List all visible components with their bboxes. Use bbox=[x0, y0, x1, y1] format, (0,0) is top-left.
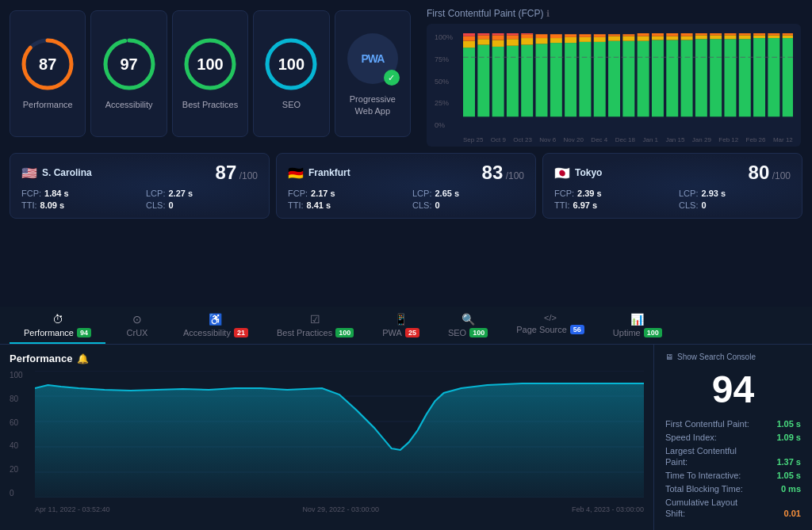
svg-rect-70 bbox=[739, 39, 751, 116]
svg-rect-54 bbox=[652, 33, 664, 36]
svg-rect-48 bbox=[622, 34, 634, 36]
stat-cls-label: Cumulative Layout Shift: 0.01 bbox=[665, 498, 801, 518]
stat-list: First Contentful Paint: 1.05 s Speed Ind… bbox=[665, 419, 801, 518]
location-cards: 🇺🇸 S. Carolina 87 /100 FCP: 1.84 s LCP: bbox=[10, 153, 802, 219]
x-label-3: Feb 4, 2023 - 03:00:00 bbox=[572, 505, 644, 513]
svg-rect-66 bbox=[710, 33, 722, 35]
stat-tti: Time To Interactive: 1.05 s bbox=[665, 471, 801, 480]
seo-label: SEO bbox=[282, 99, 301, 110]
svg-rect-74 bbox=[753, 35, 765, 38]
svg-rect-63 bbox=[695, 33, 707, 35]
tab-uptime[interactable]: 📊 Uptime 100 bbox=[599, 307, 676, 344]
uptime-tab-badge: 100 bbox=[644, 328, 662, 337]
x-label-1: Apr 11, 2022 - 03:52:40 bbox=[35, 505, 110, 513]
pwa-text: PWA bbox=[361, 52, 384, 65]
tab-pwa[interactable]: 📱 PWA 25 bbox=[368, 307, 434, 344]
a11y-tab-icon: ♿ bbox=[209, 313, 222, 326]
svg-rect-69 bbox=[724, 33, 736, 35]
show-console-btn[interactable]: 🖥 Show Search Console bbox=[665, 353, 801, 361]
stat-lcp-label: Largest Contentful Paint: 1.37 s bbox=[665, 446, 801, 467]
stat-si: Speed Index: 1.09 s bbox=[665, 433, 801, 442]
pwa-check-icon: ✓ bbox=[384, 70, 400, 86]
svg-rect-25 bbox=[521, 38, 533, 44]
svg-rect-47 bbox=[622, 36, 634, 41]
fcp-section: First Contentful Paint (FCP) ℹ 0% 25% 50… bbox=[420, 0, 812, 147]
svg-rect-17 bbox=[492, 40, 504, 46]
svg-rect-65 bbox=[710, 35, 722, 39]
a11y-tab-label: Accessibility bbox=[183, 328, 231, 337]
tab-page-source[interactable]: </> Page Source 56 bbox=[502, 307, 599, 344]
info-icon: ℹ bbox=[546, 9, 550, 19]
svg-rect-32 bbox=[550, 38, 562, 43]
bp-tab-icon: ☑ bbox=[310, 313, 320, 326]
svg-rect-26 bbox=[521, 34, 533, 38]
performance-circle: 87 bbox=[19, 36, 76, 93]
x-label-2: Nov 29, 2022 - 03:00:00 bbox=[302, 505, 379, 513]
svg-rect-44 bbox=[608, 36, 620, 41]
svg-rect-24 bbox=[521, 45, 533, 117]
location-section: 🇺🇸 S. Carolina 87 /100 FCP: 1.84 s LCP: bbox=[0, 147, 812, 307]
tab-accessibility[interactable]: ♿ Accessibility 21 bbox=[169, 307, 262, 344]
accessibility-circle: 97 bbox=[101, 36, 158, 93]
seo-tab-badge: 100 bbox=[469, 328, 488, 337]
svg-rect-31 bbox=[550, 43, 562, 116]
perf-section-title: Performance 🔔 bbox=[10, 353, 644, 364]
svg-rect-11 bbox=[463, 33, 475, 36]
score-card-accessibility[interactable]: 97 Accessibility bbox=[90, 10, 167, 137]
svg-rect-62 bbox=[695, 35, 707, 39]
seo-circle: 100 bbox=[262, 36, 320, 93]
perf-tab-icon: ⏱ bbox=[52, 313, 63, 326]
score-card-performance[interactable]: 87 Performance bbox=[10, 10, 86, 137]
pwa-label: Progressive Web App bbox=[342, 93, 404, 116]
pwa-tab-label: PWA bbox=[382, 328, 402, 337]
pwa-icon-wrap: PWA ✓ bbox=[344, 30, 401, 87]
tab-best-practices[interactable]: ☑ Best Practices 100 bbox=[262, 307, 368, 344]
perf-x-labels: Apr 11, 2022 - 03:52:40 Nov 29, 2022 - 0… bbox=[35, 505, 644, 513]
svg-rect-64 bbox=[710, 39, 722, 116]
svg-rect-71 bbox=[739, 35, 751, 39]
crux-tab-label: CrUX bbox=[127, 328, 148, 337]
svg-rect-72 bbox=[739, 33, 751, 35]
svg-rect-73 bbox=[753, 38, 765, 116]
location-card-sc[interactable]: 🇺🇸 S. Carolina 87 /100 FCP: 1.84 s LCP: bbox=[10, 153, 270, 219]
tab-performance[interactable]: ⏱ Performance 94 bbox=[10, 307, 105, 344]
location-card-tokyo[interactable]: 🇯🇵 Tokyo 80 /100 FCP: 2.39 s LCP: bbox=[542, 153, 802, 219]
score-card-seo[interactable]: 100 SEO bbox=[253, 10, 329, 137]
svg-rect-27 bbox=[521, 33, 533, 34]
tabs-bar: ⏱ Performance 94 ⊙ CrUX ♿ Accessibility … bbox=[0, 307, 812, 345]
svg-rect-80 bbox=[783, 35, 793, 38]
perf-score-big: 94 bbox=[665, 368, 801, 411]
svg-rect-39 bbox=[579, 34, 591, 37]
location-card-frankfurt[interactable]: 🇩🇪 Frankfurt 83 /100 FCP: 2.17 s LCP: bbox=[276, 153, 536, 219]
perf-tab-badge: 94 bbox=[77, 328, 91, 337]
seo-tab-label: SEO bbox=[448, 328, 466, 337]
svg-rect-38 bbox=[579, 37, 591, 42]
svg-rect-75 bbox=[753, 33, 765, 35]
bottom-section: ⏱ Performance 94 ⊙ CrUX ♿ Accessibility … bbox=[0, 307, 812, 530]
svg-rect-18 bbox=[492, 35, 504, 40]
svg-rect-23 bbox=[507, 33, 519, 35]
svg-rect-50 bbox=[638, 36, 649, 41]
svg-rect-68 bbox=[724, 35, 736, 39]
svg-rect-46 bbox=[622, 41, 634, 117]
svg-rect-78 bbox=[768, 33, 779, 35]
score-card-best-practices[interactable]: 100 Best Practices bbox=[172, 10, 248, 137]
svg-rect-77 bbox=[768, 35, 779, 38]
tab-seo[interactable]: 🔍 SEO 100 bbox=[434, 307, 502, 344]
perf-graph-inner bbox=[35, 371, 644, 498]
svg-rect-10 bbox=[463, 36, 475, 41]
svg-rect-55 bbox=[666, 40, 678, 116]
svg-rect-30 bbox=[536, 34, 548, 38]
uptime-tab-icon: 📊 bbox=[630, 313, 644, 326]
best-practices-score: 100 bbox=[197, 55, 223, 74]
perf-chart-area: Performance 🔔 100 80 60 40 20 0 bbox=[0, 345, 653, 530]
pwa-bg: PWA ✓ bbox=[347, 33, 398, 84]
svg-rect-28 bbox=[536, 44, 548, 116]
svg-rect-57 bbox=[666, 33, 678, 36]
side-stats: 🖥 Show Search Console 94 First Contentfu… bbox=[653, 345, 812, 530]
accessibility-label: Accessibility bbox=[105, 99, 153, 110]
bell-icon: 🔔 bbox=[77, 353, 89, 364]
svg-rect-79 bbox=[783, 38, 793, 116]
score-card-pwa[interactable]: PWA ✓ Progressive Web App bbox=[335, 10, 411, 137]
tab-crux[interactable]: ⊙ CrUX bbox=[105, 307, 169, 344]
